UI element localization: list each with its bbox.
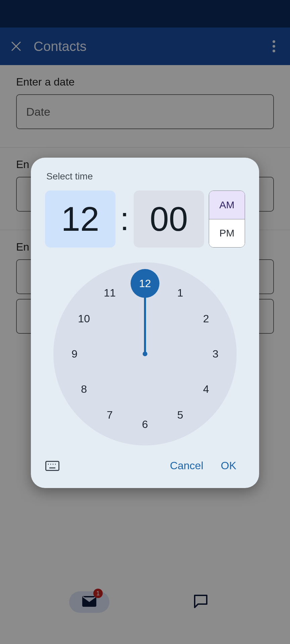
clock-center <box>143 352 147 356</box>
am-button[interactable]: AM <box>209 191 245 219</box>
minute-display[interactable]: 00 <box>134 191 204 248</box>
clock-hour-1[interactable]: 1 <box>170 283 190 303</box>
clock-hour-4[interactable]: 4 <box>196 379 216 399</box>
clock-hour-6[interactable]: 6 <box>135 414 155 434</box>
cancel-button[interactable]: Cancel <box>161 455 212 477</box>
clock-hour-2[interactable]: 2 <box>196 309 216 329</box>
clock-face[interactable]: 12 1234567891011 <box>53 262 237 445</box>
pm-button[interactable]: PM <box>209 219 245 248</box>
time-picker-dialog: Select time 12 : 00 AM PM 12 12345678910… <box>31 158 259 488</box>
dialog-title: Select time <box>46 171 245 182</box>
ok-button[interactable]: OK <box>212 455 245 477</box>
time-display-row: 12 : 00 AM PM <box>45 191 245 248</box>
clock-selected-hour[interactable]: 12 <box>131 269 159 298</box>
svg-rect-5 <box>46 461 59 470</box>
keyboard-icon[interactable] <box>44 458 60 474</box>
clock-hour-3[interactable]: 3 <box>205 344 226 364</box>
clock-hour-8[interactable]: 8 <box>74 379 94 399</box>
clock-hour-5[interactable]: 5 <box>170 405 190 425</box>
time-colon: : <box>120 191 129 248</box>
clock-hour-9[interactable]: 9 <box>64 344 85 364</box>
clock-hour-7[interactable]: 7 <box>100 405 120 425</box>
clock-hour-10[interactable]: 10 <box>74 309 94 329</box>
dialog-actions: Cancel OK <box>45 455 245 477</box>
ampm-toggle: AM PM <box>209 191 245 248</box>
hour-display[interactable]: 12 <box>45 191 115 248</box>
clock-hour-11[interactable]: 11 <box>100 283 120 303</box>
